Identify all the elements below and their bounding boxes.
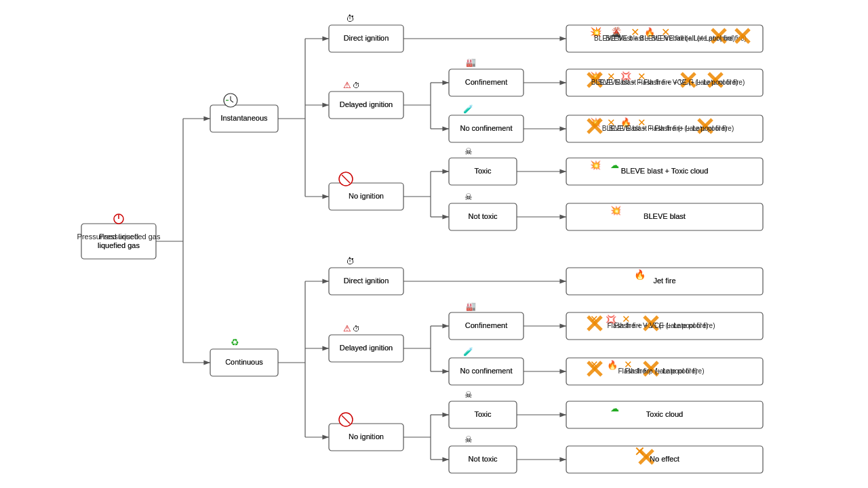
o6-text: Jet fire <box>653 277 675 285</box>
no-conf-top-text: No confinement <box>460 124 512 132</box>
continuous-text: Continuous <box>225 358 263 366</box>
o9-text: Toxic cloud <box>646 410 683 418</box>
delayed-ign-bot-icon: ⚠ <box>343 323 351 333</box>
not-toxic-top-text: Not toxic <box>469 212 498 220</box>
instantaneous-text: Instantaneous <box>220 114 268 122</box>
toxic-bot-text: Toxic <box>474 410 492 418</box>
conf-bot-text: Confinement <box>465 321 507 329</box>
o5-icon1: 💥 <box>610 205 622 216</box>
source-text2: liquefied gas <box>98 241 140 249</box>
direct-ign-bot-text: Direct ignition <box>344 277 389 285</box>
no-ign-top-text: No ignition <box>349 192 384 200</box>
o8-icon1: 🔥 <box>607 359 618 371</box>
o10-text: No effect <box>650 455 679 463</box>
not-toxic-bot-icon: ☠ <box>465 434 473 445</box>
conf-top-text: Confinement <box>465 78 507 86</box>
continuous-icon: ♻ <box>231 337 239 348</box>
delayed-ign-top-clock: ⏱ <box>353 81 360 89</box>
no-conf-top-icon: 🧪 <box>463 104 473 114</box>
conf-top-icon: 🏭 <box>466 57 476 67</box>
no-ign-bot-text: No ignition <box>349 432 384 441</box>
o2-text: BLEVE blast + Flash fire + VCE (+ Late p… <box>591 79 738 86</box>
o9-icon1: ☁ <box>610 403 619 413</box>
o4-icon1: 💥 <box>590 159 601 171</box>
o8-text: Flash fire (+ Late pool fire) <box>625 367 705 375</box>
direct-ign-top-icon: ⏱ <box>346 14 355 24</box>
conf-bot-icon: 🏭 <box>466 301 476 311</box>
fault-tree-diagram: Pressurised liquefied gas liquefied gas … <box>0 0 868 488</box>
delayed-ign-bot-text: Delayed ignition <box>340 344 393 352</box>
no-conf-bot-text: No confinement <box>460 367 512 375</box>
toxic-bot-icon: ☠ <box>465 390 473 400</box>
o4-text: BLEVE blast + Toxic cloud <box>621 167 709 175</box>
not-toxic-top-icon: ☠ <box>465 192 473 202</box>
delayed-ign-top-text: Delayed ignition <box>340 100 393 108</box>
not-toxic-bot-text: Not toxic <box>469 455 498 463</box>
source-text1: Pressurised <box>99 232 138 241</box>
direct-ign-bot-icon: ⏱ <box>346 256 355 266</box>
o6-icon1: 🔥 <box>634 269 646 281</box>
o7-text: Flash fire + VCE (+ Late pool fire) <box>614 322 715 329</box>
toxic-top-text: Toxic <box>474 167 492 175</box>
delayed-ign-top-icon: ⚠ <box>343 80 351 90</box>
o5-text: BLEVE blast <box>644 212 686 220</box>
o3-text: BLEVE blast + Flash fire (+ Late pool fi… <box>602 125 728 132</box>
toxic-top-icon: ☠ <box>465 146 473 157</box>
o1-text: BLEVE blast + BLEVE fireball (+ Late poo… <box>594 35 735 42</box>
delayed-ign-bot-clock: ⏱ <box>353 325 360 333</box>
direct-ign-top-text: Direct ignition <box>344 34 389 42</box>
no-conf-bot-icon: 🧪 <box>463 346 473 357</box>
o4-icon2: ☁ <box>610 160 619 170</box>
